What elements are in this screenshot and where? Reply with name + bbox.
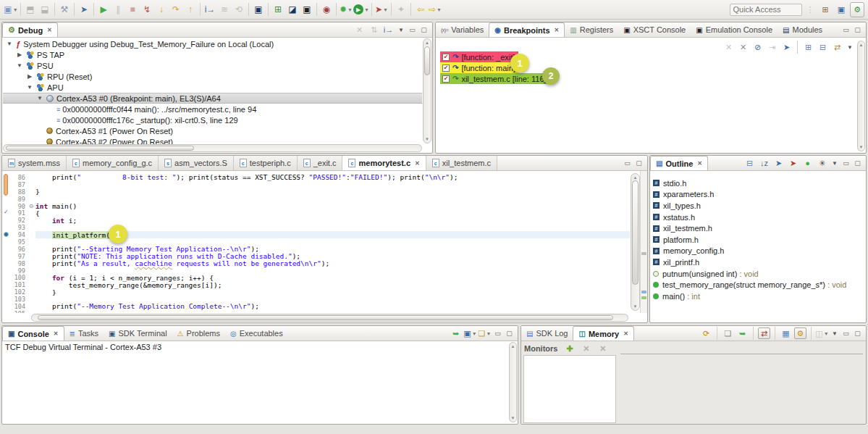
outline-item[interactable]: #xil_printf.h xyxy=(653,256,864,268)
link-with-debug-icon[interactable]: ➤ xyxy=(780,41,793,53)
editor-tab-testperiph-c[interactable]: ctestperiph.c xyxy=(234,156,298,170)
sort-alpha-icon[interactable]: ↓z xyxy=(758,157,770,169)
view-menu-icon[interactable]: ▼ xyxy=(397,27,405,33)
collapse-icon[interactable]: ▼ xyxy=(6,41,13,47)
debug-vertical-scrollbar[interactable]: ▲ ▼ xyxy=(423,38,431,143)
debug-tree-item[interactable]: ▼APU xyxy=(3,82,422,93)
expand-icon[interactable]: ▶ xyxy=(16,51,23,58)
tab-emulation-console[interactable]: ▣Emulation Console xyxy=(691,22,778,37)
maximize-button[interactable]: ▢ xyxy=(853,26,862,33)
scroll-up-icon[interactable]: ▲ xyxy=(510,344,516,349)
debug-tree-item[interactable]: ≡0x00000000fffc176c _startup(): xil-crt0… xyxy=(3,114,422,125)
display-selected-console-icon[interactable]: ▣▼ xyxy=(464,327,476,339)
tab-variables[interactable]: (x)=Variables xyxy=(436,22,489,37)
dropdown-arrow-icon[interactable]: ▼ xyxy=(383,7,388,12)
open-perspective-button[interactable]: ⊞ xyxy=(819,2,833,17)
scroll-down-icon[interactable]: ▼ xyxy=(424,137,431,141)
tab-console[interactable]: ▣Console✕ xyxy=(2,326,64,341)
outline-item[interactable]: #stdio.h xyxy=(653,178,864,189)
minimize-button[interactable]: ▭ xyxy=(408,26,417,33)
scrollbar-thumb[interactable] xyxy=(424,46,430,75)
maximize-button[interactable]: ▢ xyxy=(853,159,862,167)
debug-horizontal-scrollbar[interactable] xyxy=(3,144,422,152)
tab-outline[interactable]: ▤ Outline ✕ xyxy=(650,156,708,170)
editor-tab--exit-c[interactable]: c_exit.c xyxy=(298,156,343,170)
quick-access-input[interactable] xyxy=(730,4,802,16)
expand-all-icon[interactable]: ⊞ xyxy=(802,41,814,53)
go-to-file-icon[interactable]: ⇄ xyxy=(831,41,843,53)
new-tab-icon[interactable]: ❏ xyxy=(722,327,734,339)
editor-tab-memorytest-c[interactable]: cmemorytest.c✕ xyxy=(342,156,426,170)
code-editor[interactable]: 86 print(" 8-bit test: "); print(status … xyxy=(2,171,630,313)
breakpoint-checkbox[interactable]: ✔ xyxy=(442,64,450,72)
collapse-all-icon[interactable]: ⊟ xyxy=(743,157,756,169)
breakpoint-checkbox[interactable]: ✔ xyxy=(442,54,450,61)
outline-item[interactable]: #xil_types.h xyxy=(653,200,864,212)
debug-tree-item[interactable]: Cortex-A53 #1 (Power On Reset) xyxy=(3,125,422,136)
run-icon[interactable]: ▶▼ xyxy=(353,2,369,17)
debug-tree-item[interactable]: ▼Cortex-A53 #0 (Breakpoint: main), EL3(S… xyxy=(3,93,422,104)
dropdown-arrow-icon[interactable]: ▼ xyxy=(364,7,369,12)
close-icon[interactable]: ✕ xyxy=(697,160,702,167)
outline-item[interactable]: putnum(unsigned int) : void xyxy=(653,268,864,280)
close-icon[interactable]: ✕ xyxy=(47,27,52,33)
breakpoint-item[interactable]: ✔↷[function: main] xyxy=(440,62,519,73)
scrollbar-thumb[interactable] xyxy=(38,315,613,320)
view-menu-icon[interactable]: ▼ xyxy=(830,330,839,337)
minimize-button[interactable]: ▭ xyxy=(841,159,851,167)
maximize-button[interactable]: ▢ xyxy=(419,26,429,33)
minimize-button[interactable]: ▭ xyxy=(841,26,851,33)
minimize-button[interactable]: ▭ xyxy=(493,330,502,337)
scroll-up-icon[interactable]: ▲ xyxy=(424,41,431,45)
maximize-button[interactable]: ▢ xyxy=(853,330,862,337)
outline-item[interactable]: test_memory_range(struct memory_range_s*… xyxy=(653,279,864,291)
instruction-stepping-icon[interactable]: i→ xyxy=(203,2,217,17)
collapse-all-icon[interactable]: ⊟ xyxy=(817,41,829,53)
expand-icon[interactable]: ▶ xyxy=(26,73,33,80)
dropdown-arrow-icon[interactable]: ▼ xyxy=(437,7,442,12)
scroll-down-icon[interactable]: ▼ xyxy=(510,416,516,420)
editor-tab-memory-config-g-c[interactable]: cmemory_config_g.c xyxy=(67,156,159,170)
close-icon[interactable]: ✕ xyxy=(415,160,420,167)
tab-problems[interactable]: ⚠Problems xyxy=(172,326,225,341)
editor-tab-system-mss[interactable]: msystem.mss xyxy=(2,156,67,170)
build-icon[interactable]: ⚒ xyxy=(57,2,72,17)
view-menu-icon[interactable]: ▼ xyxy=(846,44,854,51)
tab-sdk-log[interactable]: ▤SDK Log xyxy=(521,326,573,341)
debug-tree-item[interactable]: ▶RPU (Reset) xyxy=(3,71,422,82)
editor-tab-asm-vectors-S[interactable]: sasm_vectors.S xyxy=(159,156,234,170)
profile-icon[interactable]: ⊞ xyxy=(271,2,285,17)
open-console-icon[interactable]: ❏▼ xyxy=(479,327,491,339)
back-icon[interactable]: ⇦ xyxy=(413,2,428,17)
dropdown-arrow-icon[interactable]: ▼ xyxy=(486,331,491,336)
resume-icon[interactable]: ▶ xyxy=(96,2,111,17)
vivado-icon[interactable]: ◪ xyxy=(285,2,300,17)
select-pointer-icon[interactable]: ➤ xyxy=(77,2,91,17)
debug-tree-item[interactable]: ▶PS TAP xyxy=(3,49,422,60)
breakpoints-vertical-scrollbar[interactable]: ▲ ▼ xyxy=(857,41,865,151)
debug-tree-item[interactable]: ▼PSU xyxy=(3,60,422,71)
outline-item[interactable]: #xparameters.h xyxy=(653,189,864,201)
switch-layout-icon[interactable]: ⇄ xyxy=(758,327,770,339)
scroll-up-icon[interactable]: ▲ xyxy=(858,43,864,47)
tab-debug[interactable]: ⚙ Debug ✕ xyxy=(2,22,58,37)
outline-item[interactable]: #platform.h xyxy=(653,234,864,246)
pin-memory-icon[interactable]: ➥ xyxy=(736,327,749,339)
dropdown-arrow-icon[interactable]: ▼ xyxy=(347,7,353,12)
step-return-icon[interactable]: ↑ xyxy=(183,2,198,17)
add-monitor-icon[interactable]: ✚ xyxy=(563,343,576,354)
scrollbar-thumb[interactable] xyxy=(632,180,639,285)
tab-memory[interactable]: ◫Memory✕ xyxy=(573,326,633,341)
collapse-icon[interactable]: ▼ xyxy=(16,62,23,69)
outline-item[interactable]: #memory_config.h xyxy=(653,246,864,257)
step-over-icon[interactable]: ↷ xyxy=(169,2,183,17)
pin-console-icon[interactable]: ➥ xyxy=(450,327,462,339)
monitors-list[interactable] xyxy=(523,355,616,423)
tab-xsct-console[interactable]: ▣XSCT Console xyxy=(618,22,691,37)
cpp-perspective-button[interactable]: ▣ xyxy=(834,2,848,17)
scrollbar-thumb[interactable] xyxy=(6,146,194,151)
console-vertical-scrollbar[interactable]: ▲ ▼ xyxy=(509,342,517,422)
refresh-icon[interactable]: ⟳ xyxy=(700,327,712,339)
debug-perspective-button[interactable]: ⚙ xyxy=(850,2,864,17)
breakpoint-checkbox[interactable]: ✔ xyxy=(442,75,450,83)
